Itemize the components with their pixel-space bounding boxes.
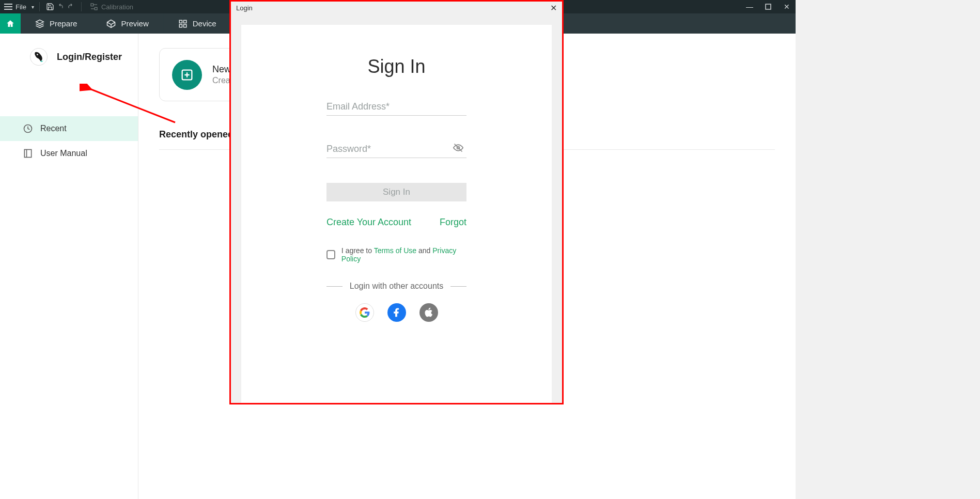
terms-link[interactable]: Terms of Use bbox=[374, 246, 416, 255]
sidebar: Login/Register Recent User Manual bbox=[0, 34, 138, 499]
agree-row: I agree to Terms of Use and Privacy Poli… bbox=[326, 246, 466, 263]
calibration-button[interactable]: Calibration bbox=[90, 3, 133, 11]
sidebar-item-recent[interactable]: Recent bbox=[0, 116, 138, 141]
separator bbox=[39, 2, 40, 11]
svg-rect-4 bbox=[766, 4, 771, 9]
create-account-link[interactable]: Create Your Account bbox=[326, 217, 411, 228]
email-input[interactable] bbox=[326, 98, 466, 116]
close-icon[interactable]: ✕ bbox=[782, 2, 791, 11]
file-menu[interactable]: File bbox=[15, 3, 26, 11]
separator bbox=[81, 2, 82, 11]
recent-label: Recent bbox=[40, 124, 67, 133]
app-logo-icon bbox=[30, 48, 48, 66]
new-project-icon bbox=[172, 60, 202, 90]
home-tab[interactable] bbox=[0, 13, 21, 34]
google-login-icon[interactable] bbox=[355, 303, 374, 322]
forgot-link[interactable]: Forgot bbox=[440, 217, 466, 228]
login-modal: Login ✕ Sign In Sign In Create Your Acco… bbox=[229, 0, 564, 404]
svg-rect-5 bbox=[179, 20, 182, 23]
sidebar-item-manual[interactable]: User Manual bbox=[0, 141, 138, 166]
email-field-wrapper bbox=[326, 98, 466, 116]
password-input[interactable] bbox=[326, 141, 466, 158]
svg-point-9 bbox=[37, 54, 38, 55]
chevron-down-icon[interactable]: ▾ bbox=[32, 4, 34, 10]
close-icon[interactable]: ✕ bbox=[550, 3, 557, 13]
svg-rect-1 bbox=[95, 7, 97, 10]
preview-label: Preview bbox=[121, 19, 148, 28]
agree-checkbox[interactable] bbox=[326, 250, 335, 259]
modal-title: Login bbox=[236, 4, 253, 12]
svg-rect-8 bbox=[183, 24, 186, 27]
login-register-row[interactable]: Login/Register bbox=[0, 34, 138, 80]
undo-icon[interactable] bbox=[55, 2, 66, 12]
window-background bbox=[796, 0, 980, 499]
social-divider: Login with other accounts bbox=[326, 282, 466, 291]
password-field-wrapper bbox=[326, 141, 466, 158]
apple-login-icon[interactable] bbox=[419, 303, 438, 322]
svg-rect-0 bbox=[91, 4, 94, 6]
calibration-label: Calibration bbox=[101, 3, 133, 11]
svg-rect-7 bbox=[179, 24, 182, 27]
manual-label: User Manual bbox=[40, 149, 87, 158]
signin-button[interactable]: Sign In bbox=[326, 183, 466, 201]
facebook-login-icon[interactable] bbox=[387, 303, 406, 322]
device-label: Device bbox=[193, 19, 216, 28]
minimize-icon[interactable]: — bbox=[745, 2, 754, 11]
device-tab[interactable]: Device bbox=[164, 13, 231, 34]
redo-icon[interactable] bbox=[66, 2, 76, 12]
signin-heading: Sign In bbox=[326, 56, 466, 77]
modal-body: Sign In Sign In Create Your Account Forg… bbox=[241, 25, 552, 403]
svg-rect-11 bbox=[24, 150, 31, 158]
login-register-label: Login/Register bbox=[57, 52, 122, 63]
maximize-icon[interactable] bbox=[764, 2, 773, 11]
eye-off-icon[interactable] bbox=[453, 143, 463, 155]
prepare-label: Prepare bbox=[50, 19, 77, 28]
social-row bbox=[326, 303, 466, 322]
save-icon[interactable] bbox=[45, 2, 55, 12]
menu-icon[interactable] bbox=[4, 4, 12, 10]
other-accounts-label: Login with other accounts bbox=[350, 282, 443, 291]
agree-text: I agree to Terms of Use and Privacy Poli… bbox=[341, 246, 466, 263]
svg-rect-6 bbox=[183, 20, 186, 23]
prepare-tab[interactable]: Prepare bbox=[21, 13, 92, 34]
modal-titlebar: Login ✕ bbox=[231, 2, 562, 14]
preview-tab[interactable]: Preview bbox=[92, 13, 163, 34]
